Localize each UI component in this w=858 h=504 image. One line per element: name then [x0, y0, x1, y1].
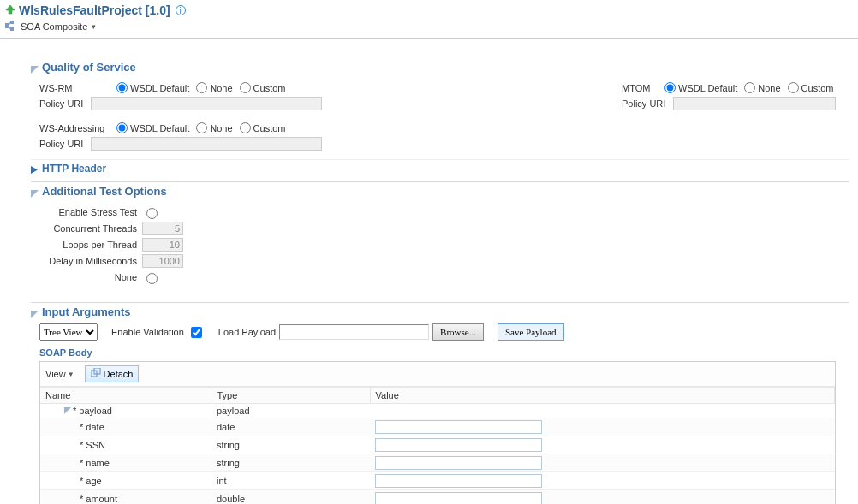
- info-icon[interactable]: i: [176, 5, 186, 15]
- mtom-policy-label: Policy URI: [622, 98, 673, 109]
- svg-rect-0: [5, 23, 9, 28]
- section-stress-header[interactable]: Additional Test Options: [31, 181, 849, 198]
- mtom-custom-radio[interactable]: Custom: [788, 82, 834, 93]
- row-name: * name: [80, 458, 110, 468]
- wsrm-custom-radio[interactable]: Custom: [240, 82, 286, 93]
- row-type: string: [212, 436, 370, 454]
- svg-line-3: [9, 22, 10, 26]
- page-title: WlsRulesFaultProject [1.0]: [19, 3, 170, 17]
- row-name: * age: [80, 476, 102, 486]
- row-value-input[interactable]: [375, 456, 542, 470]
- disclosure-closed-icon: [31, 164, 39, 173]
- delay-ms-input[interactable]: [142, 254, 183, 268]
- disclosure-open-icon: [31, 63, 39, 72]
- stress-none-label: None: [39, 272, 142, 282]
- row-value-input[interactable]: [375, 492, 542, 504]
- row-name: * SSN: [80, 440, 105, 450]
- col-value[interactable]: Value: [370, 388, 835, 404]
- wsrm-wsdl-default-radio[interactable]: WSDL Default: [116, 82, 189, 93]
- browse-button[interactable]: Browse...: [432, 323, 484, 341]
- chevron-down-icon[interactable]: ▼: [90, 23, 97, 31]
- table-row[interactable]: * SSNstring: [40, 436, 835, 454]
- svg-rect-2: [10, 27, 14, 31]
- mtom-policy-input[interactable]: [673, 97, 836, 110]
- loops-per-thread-label: Loops per Thread: [39, 240, 142, 250]
- wsaddr-label: WS-Addressing: [39, 123, 116, 133]
- wsrm-policy-input[interactable]: [91, 97, 322, 110]
- wsaddr-policy-input[interactable]: [91, 137, 322, 151]
- row-name: * amount: [80, 494, 117, 504]
- enable-validation-checkbox[interactable]: [191, 327, 202, 338]
- disclosure-open-icon: [31, 187, 39, 196]
- row-name: * date: [80, 422, 104, 432]
- http-header-section[interactable]: HTTP Header: [31, 159, 849, 175]
- row-value-input[interactable]: [375, 420, 542, 434]
- concurrent-threads-input[interactable]: [142, 222, 183, 235]
- table-row[interactable]: * datedate: [40, 418, 835, 436]
- mtom-none-radio[interactable]: None: [744, 82, 780, 93]
- disclosure-open-icon[interactable]: [64, 407, 73, 416]
- detach-icon: [91, 368, 101, 380]
- table-row[interactable]: * ageint: [40, 472, 835, 490]
- section-qos-title: Quality of Service: [42, 61, 136, 74]
- disclosure-open-icon: [31, 308, 39, 317]
- row-type: double: [212, 490, 370, 505]
- up-arrow-icon[interactable]: [5, 3, 15, 17]
- section-stress-title: Additional Test Options: [42, 185, 167, 198]
- row-value-input[interactable]: [375, 474, 542, 488]
- chevron-down-icon: ▼: [68, 371, 74, 378]
- wsaddr-none-radio[interactable]: None: [196, 122, 232, 133]
- enable-validation-label: Enable Validation: [111, 327, 184, 337]
- detach-button[interactable]: Detach: [85, 365, 140, 382]
- load-payload-label: Load Payload: [218, 327, 276, 337]
- row-type: payload: [212, 404, 370, 418]
- composite-icon: [5, 21, 17, 33]
- stress-none-radio[interactable]: [146, 273, 158, 284]
- concurrent-threads-label: Concurrent Threads: [39, 223, 142, 234]
- enable-stress-label: Enable Stress Test: [39, 207, 142, 217]
- soap-body-table: Name Type Value * payloadpayload* dateda…: [40, 387, 835, 504]
- soap-body-label: SOAP Body: [31, 346, 849, 361]
- row-type: int: [212, 472, 370, 490]
- table-row[interactable]: * payloadpayload: [40, 404, 835, 418]
- breadcrumb-label: SOA Composite: [21, 21, 87, 32]
- wsaddr-wsdl-default-radio[interactable]: WSDL Default: [116, 122, 189, 133]
- save-payload-button[interactable]: Save Payload: [498, 323, 564, 341]
- section-inputargs-title: Input Arguments: [42, 305, 131, 318]
- wsrm-policy-label: Policy URI: [39, 98, 91, 109]
- mtom-wsdl-default-radio[interactable]: WSDL Default: [664, 82, 737, 93]
- wsaddr-policy-label: Policy URI: [39, 139, 91, 149]
- wsaddr-custom-radio[interactable]: Custom: [240, 122, 286, 133]
- http-header-title: HTTP Header: [42, 163, 106, 175]
- table-row[interactable]: * amountdouble: [40, 490, 835, 505]
- col-name[interactable]: Name: [40, 388, 212, 404]
- svg-rect-1: [10, 21, 14, 24]
- row-name: * payload: [73, 406, 112, 416]
- row-value-input[interactable]: [375, 438, 542, 452]
- view-mode-select[interactable]: Tree View: [39, 323, 98, 341]
- loops-per-thread-input[interactable]: [142, 238, 183, 252]
- svg-line-4: [9, 26, 10, 29]
- table-view-menu[interactable]: View ▼: [45, 369, 74, 379]
- section-qos-header[interactable]: Quality of Service: [31, 61, 849, 74]
- enable-stress-radio[interactable]: [146, 208, 158, 219]
- wsrm-none-radio[interactable]: None: [196, 82, 232, 93]
- breadcrumb[interactable]: SOA Composite ▼: [0, 19, 858, 39]
- row-type: date: [212, 418, 370, 436]
- section-inputargs-header[interactable]: Input Arguments: [31, 302, 849, 318]
- load-payload-input[interactable]: [279, 324, 429, 340]
- row-type: string: [212, 454, 370, 472]
- col-type[interactable]: Type: [212, 388, 370, 404]
- mtom-label: MTOM: [622, 83, 664, 93]
- wsrm-label: WS-RM: [39, 83, 116, 93]
- delay-ms-label: Delay in Milliseconds: [39, 256, 142, 266]
- table-row[interactable]: * namestring: [40, 454, 835, 472]
